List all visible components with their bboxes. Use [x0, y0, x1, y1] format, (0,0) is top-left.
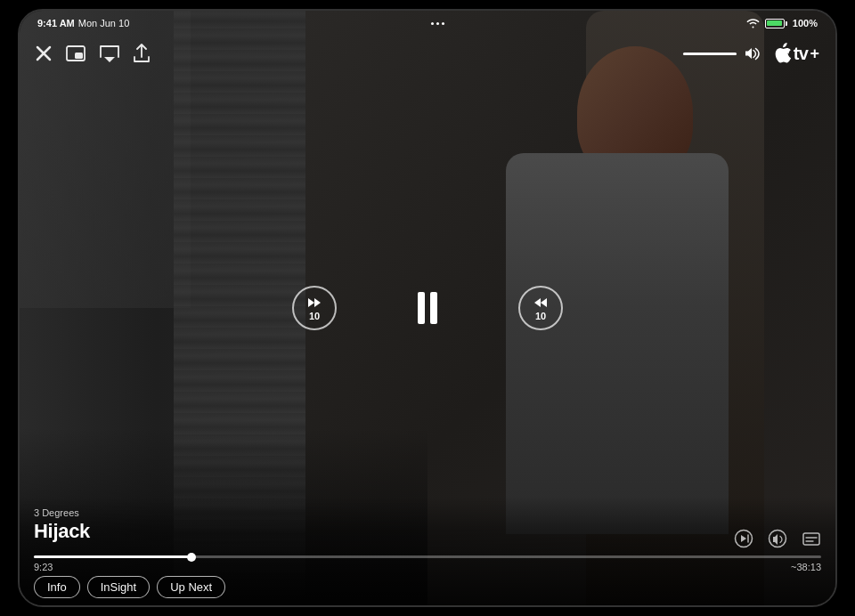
pause-bar-left	[418, 292, 425, 324]
status-bar: 9:41 AM Mon Jun 10 1	[20, 11, 835, 36]
up-next-button[interactable]: Up Next	[157, 576, 225, 598]
pause-button[interactable]	[408, 288, 447, 328]
progress-fill	[34, 555, 191, 558]
show-subtitle: 3 Degrees	[34, 507, 90, 518]
controls-overlay: tv + 10	[20, 11, 835, 605]
rewind-button[interactable]: 10	[292, 286, 337, 330]
appletv-logo: tv +	[774, 43, 819, 64]
top-controls: tv +	[20, 36, 835, 71]
insight-button[interactable]: InSight	[87, 576, 150, 598]
time-display: 9:41 AM	[37, 18, 75, 28]
bottom-row: Info InSight Up Next	[34, 576, 821, 598]
pip-icon	[66, 45, 86, 61]
volume-icon	[744, 46, 760, 61]
status-bar-left: 9:41 AM Mon Jun 10	[37, 18, 129, 28]
airplay-button[interactable]	[100, 45, 119, 62]
rewind-icon	[305, 296, 323, 310]
forward-seconds: 10	[535, 311, 546, 321]
volume-fill	[683, 53, 737, 55]
info-button[interactable]: Info	[34, 576, 80, 598]
progress-area[interactable]: 9:23 ~38:13	[34, 555, 821, 572]
svg-rect-3	[75, 53, 83, 59]
progress-scrubber[interactable]	[187, 553, 196, 562]
airplay-icon	[100, 45, 119, 62]
forward-icon	[532, 296, 550, 310]
audio-icon	[768, 529, 787, 548]
wifi-icon	[746, 18, 760, 28]
dot3	[442, 22, 444, 25]
pip-button[interactable]	[66, 45, 86, 61]
subtitles-button[interactable]	[802, 529, 821, 548]
date-display: Mon Jun 10	[78, 18, 129, 28]
volume-bar	[683, 53, 737, 55]
dot1	[431, 22, 434, 25]
rewind-seconds: 10	[309, 311, 320, 321]
three-dots	[431, 22, 444, 25]
skip-intro-icon	[734, 529, 753, 548]
show-title: Hijack	[34, 520, 90, 543]
audio-button[interactable]	[768, 529, 787, 548]
time-row: 9:23 ~38:13	[34, 562, 821, 572]
svg-marker-4	[104, 57, 115, 62]
status-bar-center	[431, 22, 444, 25]
bottom-overlay: 3 Degrees Hijack	[20, 497, 835, 605]
skip-intro-button[interactable]	[734, 529, 753, 548]
tv-text: tv	[794, 44, 809, 64]
middle-controls: 10 10	[292, 286, 563, 330]
ipad-frame: 9:41 AM Mon Jun 10 1	[18, 9, 837, 607]
battery-percent: 100%	[793, 18, 818, 28]
progress-bar[interactable]	[34, 555, 821, 558]
remaining-time: ~38:13	[791, 562, 821, 572]
pill-buttons: Info InSight Up Next	[34, 576, 225, 598]
battery-body	[765, 19, 785, 28]
apple-logo-icon	[774, 43, 792, 64]
share-icon	[134, 44, 150, 63]
share-button[interactable]	[134, 44, 150, 63]
dot2	[436, 22, 439, 25]
battery-tip	[786, 21, 787, 26]
svg-rect-8	[803, 533, 819, 545]
battery-indicator	[765, 19, 787, 28]
status-bar-right: 100%	[746, 18, 818, 28]
top-left-controls	[36, 44, 150, 63]
pause-bar-right	[430, 292, 437, 324]
close-button[interactable]	[36, 45, 52, 61]
close-icon	[36, 45, 52, 61]
volume-area	[683, 46, 760, 61]
forward-button[interactable]: 10	[518, 286, 563, 330]
pause-icon	[418, 292, 437, 324]
current-time: 9:23	[34, 562, 53, 572]
show-info: 3 Degrees Hijack	[34, 507, 90, 543]
subtitles-icon	[802, 529, 821, 548]
plus-text: +	[810, 45, 819, 63]
battery-fill	[767, 20, 782, 26]
right-controls	[734, 529, 821, 548]
